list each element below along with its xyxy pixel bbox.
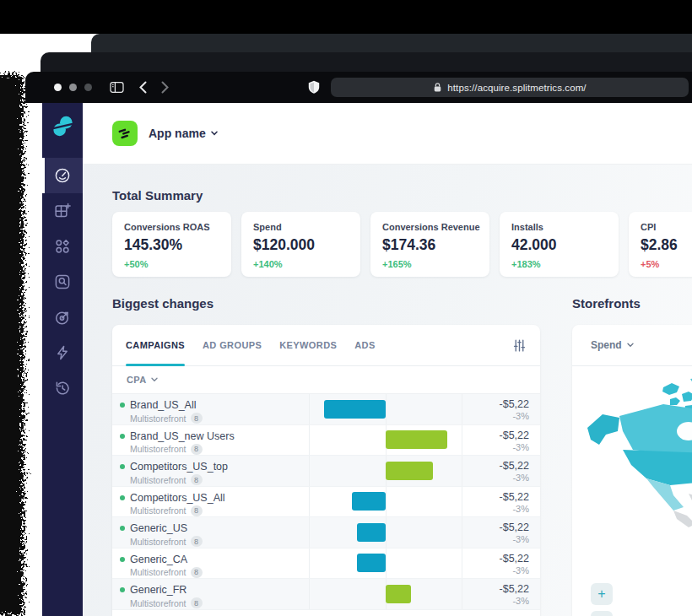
app-name-selector[interactable]: App name [149,127,218,140]
campaign-sublabel: Multistorefront [130,567,187,577]
splitmetrics-logo-icon[interactable] [51,115,74,138]
summary-cards: Conversions ROAS 145.30% +50% Spend $120… [112,212,692,277]
goal-target-icon [54,309,71,326]
stat-card-conversions-roas[interactable]: Conversions ROAS 145.30% +50% [112,212,231,277]
background-window-middle [91,34,692,53]
metric-dropdown-label: CPA [127,375,147,385]
stat-value: $120.000 [253,236,349,254]
sidebar-item-campaigns[interactable] [42,229,83,264]
stat-label: Conversions Revenue [382,222,478,232]
change-value: -$5,22 [462,491,529,503]
metric-dropdown-cpa[interactable]: CPA [112,366,540,394]
change-bar [386,585,411,603]
table-row[interactable]: Generic_USMultistorefront8 -$5,22-3% [112,517,540,548]
browser-back-icon[interactable] [138,81,148,94]
table-row[interactable]: Generic_CAMultistorefront8 -$5,22-3% [112,548,540,580]
change-value: -$5,22 [462,553,529,565]
privacy-shield-icon[interactable] [307,79,321,95]
campaign-name: Brand_US_All [130,399,197,411]
campaign-name: Competitors_US_All [130,492,225,504]
status-dot [120,526,125,531]
tab-campaigns[interactable]: CAMPAIGNS [126,325,185,365]
stat-delta: +50% [124,259,219,269]
tab-keywords[interactable]: KEYWORDS [279,325,337,365]
change-bar [386,430,447,449]
tab-ad-groups[interactable]: AD GROUPS [203,325,262,365]
count-badge: 8 [191,505,203,516]
biggest-changes-title: Biggest changes [112,296,540,311]
campaign-name: Brand_US_new Users [130,430,235,442]
app-icon [112,121,138,146]
stat-card-conversions-revenue[interactable]: Conversions Revenue $174.36 +165% [370,212,489,277]
shapes-icon [54,238,71,255]
change-delta: -3% [462,504,529,514]
chevron-down-icon [151,377,158,382]
dashboard-gauge-icon [54,167,71,184]
tab-ads[interactable]: ADS [354,325,375,365]
browser-chrome: https://acquire.splitmetrics.com/ [25,72,692,103]
change-bar-cell [309,548,462,579]
change-bar [324,400,386,419]
minimize-window-icon[interactable] [69,84,77,91]
status-dot [120,557,125,562]
chevron-down-icon [627,343,634,348]
sidebar-item-history[interactable] [42,370,83,406]
history-icon [54,380,71,397]
traffic-lights[interactable] [54,84,92,91]
search-audit-icon [54,273,71,290]
sidebar-item-overview[interactable] [42,193,83,229]
chevron-down-icon [211,131,218,136]
change-bar-cell [309,456,462,486]
stat-delta: +5% [641,259,692,269]
change-bar-cell [309,487,462,517]
change-bar [386,462,433,480]
count-badge: 8 [191,474,203,485]
sidebar-item-goals[interactable] [42,300,83,335]
background-window-top [0,0,692,34]
automation-bolt-icon [54,344,71,361]
biggest-changes-panel: CAMPAIGNS AD GROUPS KEYWORDS ADS CPA [112,325,540,616]
maximize-window-icon[interactable] [84,84,92,91]
sidebar-item-search-audit[interactable] [42,264,83,300]
stat-value: $2.86 [641,236,692,254]
close-window-icon[interactable] [54,84,62,91]
campaign-sublabel: Multistorefront [130,475,187,485]
stat-card-cpi[interactable]: CPI $2.86 +5% [629,212,692,277]
change-value: -$5,22 [462,583,529,595]
changes-tabs: CAMPAIGNS AD GROUPS KEYWORDS ADS [112,325,540,366]
table-row[interactable]: Brand_US_AllMultistorefront8 -$5,22-3% [112,394,540,425]
count-badge: 8 [191,444,203,455]
sidebar-toggle-icon[interactable] [110,81,124,94]
change-delta: -3% [462,565,529,575]
count-badge: 8 [191,567,203,578]
map-zoom-in-button[interactable]: + [591,583,613,605]
app-header: App name [83,103,692,165]
count-badge: 8 [191,597,203,608]
sliders-icon [512,338,527,353]
sidebar-item-automation[interactable] [42,335,83,370]
app-sidebar [42,103,83,616]
total-summary-title: Total Summary [112,165,692,203]
table-row[interactable]: Competitors_US_topMultistorefront8 -$5,2… [112,456,540,487]
status-dot [120,434,125,439]
storefronts-metric-dropdown[interactable]: Spend [572,325,692,366]
table-row[interactable]: Brand_US_new UsersMultistorefront8 -$5,2… [112,425,540,457]
browser-window: https://acquire.splitmetrics.com/ [25,72,692,616]
change-bar [357,554,386,572]
change-delta: -3% [462,596,529,606]
storefronts-map[interactable] [582,376,692,556]
status-dot [120,587,125,592]
browser-forward-icon[interactable] [160,81,170,94]
map-zoom-out-button[interactable]: − [591,611,613,616]
stat-card-spend[interactable]: Spend $120.000 +140% [241,212,360,277]
stat-card-installs[interactable]: Installs 42.000 +183% [500,212,619,277]
address-bar[interactable]: https://acquire.splitmetrics.com/ [331,78,689,97]
table-row[interactable]: Competitors_US_AllMultistorefront8 -$5,2… [112,487,540,518]
filter-settings-button[interactable] [512,338,527,353]
window-left-gap [25,103,42,616]
grid-add-icon [54,203,71,219]
table-row[interactable]: Generic_FRMultistorefront8 -$5,22-3% [112,579,540,610]
sidebar-item-dashboard[interactable] [42,158,83,193]
change-bar [357,523,386,542]
app-frame: App name Total Summary Conversions ROAS … [25,103,692,616]
